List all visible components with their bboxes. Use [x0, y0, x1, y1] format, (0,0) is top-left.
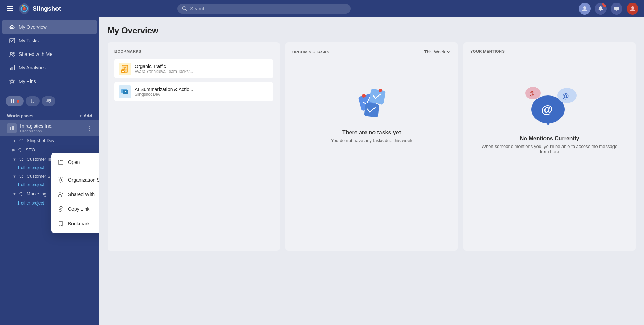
page-title: My Overview [108, 26, 636, 35]
bookmark-path-1: Vyara Yanakieva/Team Tasks/... [135, 69, 259, 74]
sidebar-item-my-tasks[interactable]: My Tasks [2, 34, 97, 47]
context-open-label: Open [68, 159, 80, 165]
sidebar-item-my-analytics[interactable]: My Analytics [2, 61, 97, 74]
folder-icon [58, 159, 64, 165]
bookmarks-tab[interactable] [26, 96, 40, 106]
tasks-empty-title: There are no tasks yet [342, 130, 401, 136]
svg-text:@: @ [562, 92, 569, 100]
settings-icon [58, 177, 64, 183]
search-input[interactable] [190, 6, 346, 11]
bookmark-info-2: AI Summarization & Actio... Slingshot De… [135, 86, 259, 97]
bookmark-name-1: Organic Traffic [135, 64, 259, 69]
context-menu: Open Organization Settings Shared With [51, 153, 99, 233]
svg-rect-7 [614, 7, 619, 10]
week-selector-label: This Week [424, 49, 445, 55]
svg-point-21 [62, 192, 63, 193]
bookmark-info-1: Organic Traffic Vyara Yanakieva/Team Tas… [135, 64, 259, 74]
bookmark-item-ai[interactable]: AI Summarization & Actio... Slingshot De… [114, 82, 273, 101]
shared-with-icon [58, 191, 64, 198]
bookmarks-panel: BOOKMARKS [108, 42, 280, 251]
svg-point-6 [600, 10, 601, 11]
workspace-slingshot-dev[interactable]: ▼ Slingshot Dev [0, 136, 99, 145]
svg-point-30 [379, 89, 382, 92]
tasks-illustration [349, 81, 394, 123]
workspace-infragistics-icon [7, 123, 17, 133]
sidebar-item-my-overview[interactable]: My Overview [2, 20, 97, 34]
bookmark-item-organic-traffic[interactable]: Organic Traffic Vyara Yanakieva/Team Tas… [114, 59, 273, 78]
svg-rect-18 [12, 126, 14, 130]
sort-icon[interactable] [72, 114, 77, 118]
context-bookmark[interactable]: Bookmark [51, 216, 99, 231]
mentions-empty-sub: When someone mentions you, you'll be abl… [477, 144, 622, 154]
hamburger-menu[interactable] [6, 5, 15, 12]
notifications-button[interactable]: 5 [595, 3, 607, 15]
link-icon [58, 206, 64, 212]
members-icon [46, 98, 51, 104]
analytics-icon [9, 65, 15, 71]
svg-point-19 [60, 179, 62, 181]
bookmark-tab-icon [30, 98, 35, 104]
svg-text:@: @ [529, 91, 535, 97]
topbar-actions: 5 [579, 3, 638, 15]
context-copy-link-label: Copy Link [68, 206, 89, 212]
svg-text:@: @ [541, 102, 553, 116]
context-copy-link[interactable]: Copy Link [51, 202, 99, 216]
mentions-panel: YOUR MENTIONS @ @ [463, 42, 636, 251]
overview-grid: BOOKMARKS [108, 42, 636, 251]
context-open[interactable]: Open [51, 155, 99, 169]
svg-point-5 [583, 6, 586, 9]
workspaces-tab[interactable] [6, 96, 24, 106]
svg-rect-17 [10, 127, 11, 130]
overview-icon [9, 24, 15, 30]
tasks-icon [9, 38, 15, 44]
mentions-empty-state: @ @ @ No Mentions Currently When someone… [470, 59, 629, 175]
add-workspace-button[interactable]: + Add [79, 113, 92, 118]
bookmark-context-icon [58, 220, 64, 227]
mentions-illustration: @ @ @ [518, 80, 581, 128]
pins-icon [9, 78, 15, 84]
svg-rect-13 [12, 67, 13, 70]
workspace-infragistics-more[interactable]: ⋮ [87, 125, 92, 132]
workspace-seo-label: SEO [26, 147, 35, 152]
chevron-down-icon [447, 50, 451, 54]
bookmark-thumb-2 [119, 85, 131, 98]
sidebar-item-label: Shared with Me [19, 51, 52, 57]
week-selector[interactable]: This Week [424, 49, 451, 55]
svg-rect-14 [14, 65, 15, 70]
sidebar-item-label: My Pins [19, 78, 36, 84]
sidebar-item-my-pins[interactable]: My Pins [2, 75, 97, 88]
shared-icon [9, 51, 15, 57]
app-logo[interactable]: Slingshot [19, 3, 61, 14]
sidebar-item-shared-with-me[interactable]: Shared with Me [2, 48, 97, 61]
layers-icon [10, 98, 15, 104]
search-bar[interactable] [177, 4, 351, 14]
slingshot-dev-icon [19, 138, 24, 143]
context-shared-with[interactable]: Shared With [51, 187, 99, 202]
svg-line-4 [186, 9, 187, 10]
workspace-infragistics[interactable]: Infragistics Inc. Organization ⋮ [0, 120, 99, 136]
seo-icon [18, 148, 23, 152]
search-icon [182, 6, 187, 11]
bookmark-more-1[interactable]: ⋯ [263, 65, 269, 73]
sidebar-item-label: My Analytics [19, 65, 46, 70]
bookmark-path-2: Slingshot Dev [135, 92, 259, 97]
topbar: Slingshot 5 [0, 0, 644, 17]
context-bookmark-label: Bookmark [68, 221, 90, 226]
workspace-infragistics-text: Infragistics Inc. Organization [20, 123, 83, 133]
svg-point-20 [59, 193, 61, 195]
upcoming-tasks-title: UPCOMING TASKS [292, 50, 329, 54]
user-avatar[interactable] [627, 3, 638, 15]
workspace-slingshot-dev-label: Slingshot Dev [27, 138, 54, 143]
mentions-title: YOUR MENTIONS [470, 49, 629, 53]
workspace-toolbar [2, 94, 97, 108]
app-layout: My Overview My Tasks Shared with Me [0, 17, 644, 325]
bookmark-thumb-1 [119, 62, 131, 75]
avatar-user1[interactable] [579, 3, 591, 15]
sidebar-item-label: My Overview [19, 24, 47, 30]
sidebar: My Overview My Tasks Shared with Me [0, 17, 99, 325]
chat-button[interactable] [611, 3, 622, 15]
members-tab[interactable] [42, 96, 55, 106]
context-org-settings[interactable]: Organization Settings [51, 173, 99, 187]
mentions-empty-title: No Mentions Currently [520, 135, 579, 142]
bookmark-more-2[interactable]: ⋯ [263, 88, 269, 95]
